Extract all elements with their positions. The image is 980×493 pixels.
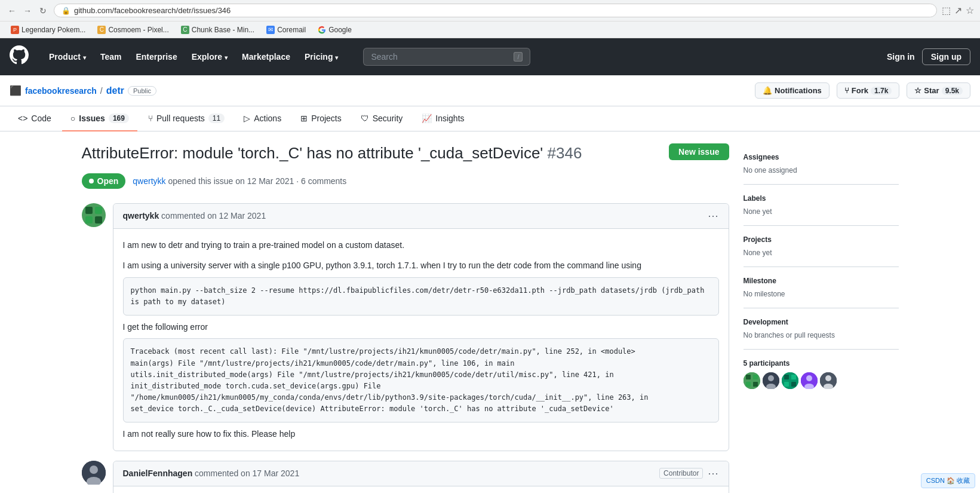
signin-button[interactable]: Sign in (887, 52, 915, 62)
bookmark-google[interactable]: Google (313, 25, 357, 35)
fork-button[interactable]: ⑂ Fork 1.7k (837, 82, 900, 99)
svg-rect-3 (85, 216, 93, 223)
address-bar[interactable]: 🔒 github.com/facebookresearch/detr/issue… (54, 4, 937, 17)
browser-bar: ← → ↻ 🔒 github.com/facebookresearch/detr… (0, 0, 980, 22)
bookmark-pokemon[interactable]: P Legendary Pokem... (6, 25, 90, 35)
github-logo[interactable] (10, 45, 29, 68)
bookmark-coremail-icon: ✉ (266, 26, 275, 34)
search-bar[interactable]: Search / (363, 48, 530, 66)
svg-rect-2 (95, 207, 102, 214)
projects-label: Projects (744, 235, 899, 244)
comment-body-qwertykk: qwertykk commented on 12 Mar 2021 ··· I … (113, 203, 729, 451)
sidebar-development: Development No branches or pull requests (744, 308, 899, 350)
projects-icon: ⊞ (300, 114, 308, 123)
comment-date-daniel: commented on 17 Mar 2021 (195, 468, 299, 478)
tab-issues[interactable]: ○ Issues 169 (62, 106, 137, 131)
back-button[interactable]: ← (6, 5, 18, 17)
issue-title-row: AttributeError: module 'torch._C' has no… (82, 143, 729, 164)
comment-content-daniel: Hi, this might help you: (113, 486, 729, 493)
bookmark-cosmoem[interactable]: C Cosmoem - Pixel... (93, 25, 173, 35)
labels-value: None yet (744, 207, 899, 216)
bookmark-coremail[interactable]: ✉ Coremail (262, 25, 311, 35)
milestone-value: No milestone (744, 290, 899, 298)
fork-icon: ⑂ (844, 86, 849, 95)
participant-3[interactable] (782, 372, 798, 389)
code-icon: <> (18, 114, 27, 123)
tab-pull-requests[interactable]: ⑂ Pull requests 11 (140, 106, 233, 131)
repo-owner-link[interactable]: facebookresearch (25, 86, 97, 96)
issue-author-link[interactable]: qwertykk (133, 176, 165, 186)
pricing-chevron-icon (335, 52, 338, 62)
tab-projects[interactable]: ⊞ Projects (292, 106, 350, 131)
participant-2[interactable] (763, 372, 779, 389)
repo-name-link[interactable]: detr (106, 85, 124, 96)
nav-items: Product Team Enterprise Explore Marketpl… (43, 48, 344, 65)
nav-team[interactable]: Team (94, 48, 128, 65)
url-text: github.com/facebookresearch/detr/issues/… (74, 6, 929, 15)
participant-1[interactable] (744, 372, 760, 389)
notifications-button[interactable]: 🔔 Notifications (755, 82, 830, 99)
assignees-label: Assignees (744, 153, 899, 161)
bookmark-cosmoem-icon: C (97, 26, 106, 34)
svg-rect-16 (782, 372, 798, 389)
github-navbar: Product Team Enterprise Explore Marketpl… (0, 38, 980, 75)
bookmark-chunk[interactable]: C Chunk Base - Min... (176, 25, 259, 35)
nav-product[interactable]: Product (43, 48, 92, 65)
bookmark-pokemon-label: Legendary Pokem... (21, 26, 85, 34)
refresh-button[interactable]: ↻ (37, 5, 49, 17)
svg-rect-9 (746, 375, 751, 379)
bookmark-cosmoem-label: Cosmoem - Pixel... (108, 26, 168, 34)
signup-button[interactable]: Sign up (922, 48, 970, 65)
screenshot-icon[interactable]: ⬚ (942, 5, 951, 16)
star-count: 9.5k (942, 87, 963, 95)
comment-more-icon-daniel[interactable]: ··· (708, 467, 718, 480)
nav-pricing[interactable]: Pricing (299, 48, 344, 65)
nav-enterprise[interactable]: Enterprise (130, 48, 183, 65)
star-button[interactable]: ☆ Star 9.5k (907, 82, 970, 99)
pr-count: 11 (208, 114, 225, 123)
comment-traceback: Traceback (most recent call last): File … (123, 338, 719, 422)
svg-rect-8 (744, 372, 760, 389)
comment-body-daniel: DanielFennhagen commented on 17 Mar 2021… (113, 461, 729, 493)
lock-icon: 🔒 (62, 7, 70, 15)
assignees-value: No one assigned (744, 166, 899, 174)
bookmark-icon[interactable]: ☆ (966, 5, 974, 16)
participant-4[interactable] (801, 372, 818, 389)
avatar-danielfennhagen (82, 461, 106, 485)
repo-header: ⬛ facebookresearch / detr Public 🔔 Notif… (0, 75, 980, 106)
tab-security[interactable]: 🛡 Security (352, 106, 411, 131)
breadcrumb: ⬛ facebookresearch / detr Public (10, 85, 156, 96)
bookmark-chunk-label: Chunk Base - Min... (192, 26, 254, 34)
comment-header-qwertykk: qwertykk commented on 12 Mar 2021 ··· (113, 204, 729, 229)
status-badge: Open (82, 173, 126, 189)
comment-date-qwertykk: commented on 12 Mar 2021 (161, 211, 266, 221)
browser-controls: ← → ↻ (6, 5, 49, 17)
svg-rect-20 (791, 382, 796, 387)
share-icon[interactable]: ↗ (954, 5, 962, 16)
forward-button[interactable]: → (21, 5, 33, 17)
bookmark-google-icon (318, 26, 326, 34)
nav-explore[interactable]: Explore (186, 48, 234, 65)
tab-insights[interactable]: 📈 Insights (413, 106, 472, 131)
nav-marketplace[interactable]: Marketplace (236, 48, 296, 65)
issue-meta: Open qwertykk opened this issue on 12 Ma… (82, 173, 729, 189)
svg-rect-4 (95, 216, 102, 223)
new-issue-button[interactable]: New issue (669, 143, 729, 160)
search-shortcut: / (514, 52, 523, 62)
comment-more-icon[interactable]: ··· (708, 210, 718, 222)
issues-icon: ○ (70, 114, 75, 123)
bell-icon: 🔔 (763, 86, 772, 95)
svg-point-22 (806, 375, 812, 381)
tab-actions[interactable]: ▷ Actions (235, 106, 290, 131)
comment-actions-qwertykk[interactable]: ··· (708, 210, 718, 222)
breadcrumb-separator: / (100, 86, 103, 96)
product-chevron-icon (83, 52, 86, 62)
sidebar-participants: 5 participants (744, 350, 899, 399)
avatar-qwertykk (82, 203, 106, 227)
issue-meta-text: qwertykk opened this issue on 12 Mar 202… (133, 176, 346, 186)
participant-5[interactable] (820, 372, 837, 389)
svg-rect-0 (82, 203, 106, 227)
tab-code[interactable]: <> Code (10, 106, 60, 131)
status-label: Open (97, 176, 119, 186)
security-icon: 🛡 (361, 114, 369, 123)
